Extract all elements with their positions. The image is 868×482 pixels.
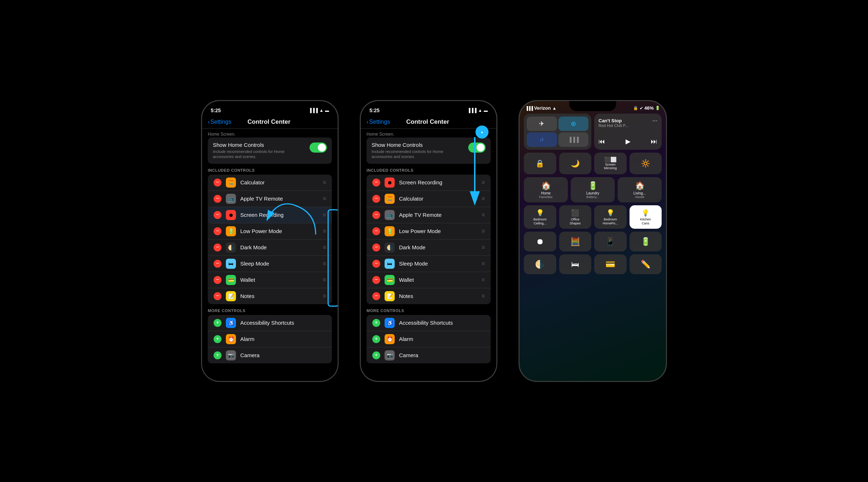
kitchen-cans-tile[interactable]: 💡 KitchenCans xyxy=(630,205,662,229)
wifi-toggle-button[interactable]: ⊛ xyxy=(558,117,589,131)
sleepmode-cc-button[interactable]: 🛏 xyxy=(559,254,592,274)
airplane-mode-button[interactable]: ✈ xyxy=(527,117,557,131)
drag-handle[interactable]: ≡ xyxy=(482,260,485,267)
drag-handle[interactable]: ≡ xyxy=(482,228,485,235)
drag-handle[interactable]: ≡ xyxy=(323,196,326,202)
drag-handle[interactable]: ≡ xyxy=(323,212,326,218)
add-alarm-button[interactable] xyxy=(372,335,380,343)
battery-icon: ▬ xyxy=(484,108,488,113)
add-accessibility-button[interactable] xyxy=(214,319,222,327)
drag-handle[interactable]: ≡ xyxy=(482,244,485,251)
sleepmode-icon: 🛏 xyxy=(385,259,395,269)
remove-appletv-button[interactable] xyxy=(214,195,222,203)
remove-darkmode-button[interactable] xyxy=(372,244,380,251)
remove-sleepmode-button[interactable] xyxy=(372,260,380,268)
bluetooth-toggle-button[interactable]: ⑁ xyxy=(527,132,557,147)
lowpower-cc-button[interactable]: 🔋 xyxy=(630,232,662,251)
appletv-cc-button[interactable]: 📱 xyxy=(594,232,627,251)
notes-cc-button[interactable]: ✏️ xyxy=(630,254,662,274)
wallet-cc-icon: 💳 xyxy=(605,260,615,269)
phone1-toggle[interactable] xyxy=(310,143,327,153)
add-camera-button[interactable] xyxy=(214,351,222,359)
phone1-more-list: ♿ Accessibility Shortcuts ⏰ Alarm 📷 Came… xyxy=(208,315,332,363)
bedroom-ceiling-tile[interactable]: 💡 BedroomCeiling... xyxy=(524,205,556,229)
prev-track-button[interactable]: ⏮ xyxy=(599,138,605,145)
drag-handle[interactable]: ≡ xyxy=(482,277,485,283)
phone3-notch xyxy=(569,101,616,111)
home-favorites-tile[interactable]: 🏠 Home Favorites xyxy=(524,177,568,202)
play-button[interactable]: ▶ xyxy=(626,137,631,145)
add-alarm-button[interactable] xyxy=(214,335,222,343)
phone2-screen: 5:25 ▐▐▐ ▲ ▬ ‹ Settings Control Center H… xyxy=(361,101,496,381)
connectivity-panel[interactable]: ✈ ⊛ ⑁ ▐▐▐ xyxy=(524,114,591,150)
brightness-slider-button[interactable]: 🔆 xyxy=(630,153,662,174)
phone2-toggle[interactable] xyxy=(468,143,486,153)
drag-handle[interactable]: ≡ xyxy=(323,179,326,186)
remove-wallet-button[interactable] xyxy=(214,276,222,284)
drag-handle[interactable]: ≡ xyxy=(323,228,326,235)
office-shapes-icon: ⬛ xyxy=(571,209,579,217)
wallet-cc-button[interactable]: 💳 xyxy=(594,254,627,274)
phone1-back-button[interactable]: ‹ Settings xyxy=(208,119,231,125)
remove-darkmode-button[interactable] xyxy=(214,244,222,251)
darkmode-cc-button[interactable]: 🌗 xyxy=(524,254,556,274)
cellular-toggle-button[interactable]: ▐▐▐ xyxy=(558,132,589,147)
drag-handle[interactable]: ≡ xyxy=(482,293,485,299)
remove-notes-button[interactable] xyxy=(372,292,380,300)
signal-icon: ▐▐▐ xyxy=(468,108,477,113)
do-not-disturb-button[interactable]: 🌙 xyxy=(559,153,592,174)
add-camera-button[interactable] xyxy=(372,351,380,359)
list-item: ♿ Accessibility Shortcuts xyxy=(367,315,491,331)
screen-mirroring-button[interactable]: ⬛⬜ ScreenMirroring xyxy=(594,153,627,174)
list-item: 📺 Apple TV Remote ≡ xyxy=(208,191,332,207)
wallet-icon: 💳 xyxy=(385,275,395,285)
next-track-button[interactable]: ⏭ xyxy=(651,138,657,145)
music-panel[interactable]: Can't Stop Red Hot Chili P... ⋯ ⏮ ▶ ⏭ xyxy=(594,114,662,150)
wifi-icon: ▲ xyxy=(552,106,557,111)
sleepmode-label: Sleep Mode xyxy=(240,260,319,267)
signal-icon: ▐▐▐ xyxy=(309,108,318,113)
drag-handle[interactable]: ≡ xyxy=(323,244,326,251)
laundry-battery-tile[interactable]: 🔋 Laundry Battery... xyxy=(571,177,615,202)
remove-appletv-button[interactable] xyxy=(372,211,380,219)
brightness-icon: 🔆 xyxy=(641,159,650,168)
phone2-nav-title: Control Center xyxy=(390,118,465,126)
lock-rotation-button[interactable]: 🔒 xyxy=(524,153,556,174)
accessibility-label: Accessibility Shortcuts xyxy=(240,320,326,326)
phone1-nav-bar: ‹ Settings Control Center xyxy=(202,117,338,129)
kitchen-cans-label: KitchenCans xyxy=(640,218,651,225)
drag-handle[interactable]: ≡ xyxy=(323,260,326,267)
remove-screenrec-button[interactable] xyxy=(372,179,380,187)
drag-handle[interactable]: ≡ xyxy=(323,277,326,283)
remove-sleepmode-button[interactable] xyxy=(214,260,222,268)
remove-screenrec-button[interactable] xyxy=(214,211,222,219)
alarm-label: Alarm xyxy=(240,336,326,342)
phone2-nav-bar: ‹ Settings Control Center xyxy=(361,117,496,129)
bedroom-homepod-tile[interactable]: 💡 BedroomHomePo... xyxy=(594,205,627,229)
remove-lowpower-button[interactable] xyxy=(214,227,222,235)
remove-wallet-button[interactable] xyxy=(372,276,380,284)
drag-handle[interactable]: ≡ xyxy=(323,293,326,299)
living-abode-tile[interactable]: 🏠 Living... Abode xyxy=(618,177,662,202)
home-favorites-icon: 🏠 xyxy=(541,181,551,190)
phone2-back-button[interactable]: ‹ Settings xyxy=(367,119,390,125)
remove-lowpower-button[interactable] xyxy=(372,227,380,235)
chevron-left-icon: ‹ xyxy=(367,119,368,125)
phone2-toggle-text: Show Home Controls Include recommended c… xyxy=(372,142,451,159)
bedroom-ceiling-icon: 💡 xyxy=(536,209,544,217)
remove-calculator-button[interactable] xyxy=(372,195,380,203)
phone1-toggle-text: Show Home Controls Include recommended c… xyxy=(213,142,292,159)
phone1-time: 5:25 xyxy=(211,108,221,113)
office-shapes-tile[interactable]: ⬛ OfficeShapes xyxy=(559,205,592,229)
drag-handle[interactable]: ≡ xyxy=(482,212,485,218)
phone-3: ▐▐▐ Verizon ▲ 🔒 ➹ 46% 🔋 ✈ xyxy=(519,100,667,382)
screen-recording-cc-button[interactable]: ⏺ xyxy=(524,232,556,251)
airplay-icon[interactable]: ⋯ xyxy=(652,118,657,124)
drag-handle[interactable]: ≡ xyxy=(482,179,485,186)
appletv-icon: 📺 xyxy=(226,194,236,204)
drag-handle[interactable]: ≡ xyxy=(482,196,485,202)
remove-calculator-button[interactable] xyxy=(214,179,222,187)
add-accessibility-button[interactable] xyxy=(372,319,380,327)
remove-notes-button[interactable] xyxy=(214,292,222,300)
calculator-cc-button[interactable]: 🧮 xyxy=(559,232,592,251)
